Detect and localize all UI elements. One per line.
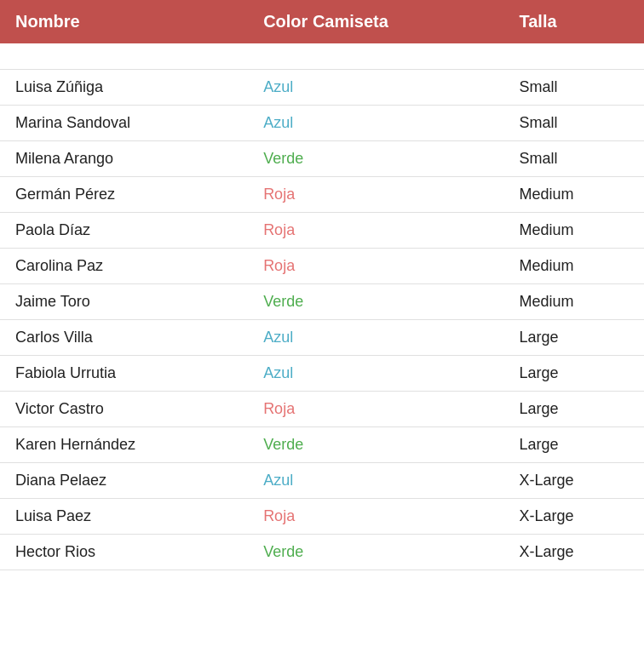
cell-nombre: Jaime Toro: [0, 283, 248, 319]
table-row: Luisa ZúñigaAzulSmall: [0, 69, 644, 105]
cell-talla: Small: [504, 105, 645, 140]
table-row: Victor CastroRojaLarge: [0, 391, 644, 426]
table-row: [0, 43, 644, 69]
header-color: Color Camiseta: [248, 0, 503, 43]
cell-talla: Medium: [504, 176, 645, 212]
cell-color: Verde: [248, 426, 503, 462]
cell-color: [248, 43, 503, 69]
header-nombre: Nombre: [0, 0, 248, 43]
cell-talla: Large: [504, 391, 645, 426]
cell-talla: [504, 43, 645, 69]
cell-talla: Large: [504, 426, 645, 462]
cell-nombre: Hector Rios: [0, 534, 248, 570]
table-row: Milena ArangoVerdeSmall: [0, 140, 644, 176]
cell-color: Azul: [248, 462, 503, 498]
cell-nombre: Paola Díaz: [0, 212, 248, 248]
cell-color: Roja: [248, 498, 503, 534]
cell-talla: Medium: [504, 212, 645, 248]
cell-talla: Medium: [504, 248, 645, 283]
cell-color: Azul: [248, 105, 503, 140]
cell-color: Azul: [248, 69, 503, 105]
cell-color: Roja: [248, 391, 503, 426]
table-header: Nombre Color Camiseta Talla: [0, 0, 644, 43]
table-row: Germán PérezRojaMedium: [0, 176, 644, 212]
cell-color: Verde: [248, 534, 503, 570]
table-row: Hector RiosVerdeX-Large: [0, 534, 644, 570]
table-row: Carolina PazRojaMedium: [0, 248, 644, 283]
cell-color: Azul: [248, 319, 503, 355]
table-container: Nombre Color Camiseta Talla Luisa Zúñiga…: [0, 0, 644, 570]
cell-nombre: Karen Hernández: [0, 426, 248, 462]
cell-talla: Small: [504, 140, 645, 176]
header-talla: Talla: [504, 0, 645, 43]
table-row: Diana PelaezAzulX-Large: [0, 462, 644, 498]
cell-nombre: Luisa Paez: [0, 498, 248, 534]
table-row: Jaime ToroVerdeMedium: [0, 283, 644, 319]
table-row: Paola DíazRojaMedium: [0, 212, 644, 248]
cell-nombre: Milena Arango: [0, 140, 248, 176]
cell-nombre: Marina Sandoval: [0, 105, 248, 140]
cell-nombre: Diana Pelaez: [0, 462, 248, 498]
cell-color: Azul: [248, 355, 503, 391]
cell-color: Roja: [248, 248, 503, 283]
cell-nombre: Carolina Paz: [0, 248, 248, 283]
cell-color: Verde: [248, 140, 503, 176]
cell-nombre: Carlos Villa: [0, 319, 248, 355]
cell-talla: X-Large: [504, 498, 645, 534]
cell-color: Verde: [248, 283, 503, 319]
cell-talla: X-Large: [504, 534, 645, 570]
cell-talla: Medium: [504, 283, 645, 319]
cell-nombre: [0, 43, 248, 69]
table-row: Karen HernándezVerdeLarge: [0, 426, 644, 462]
cell-talla: X-Large: [504, 462, 645, 498]
cell-nombre: Luisa Zúñiga: [0, 69, 248, 105]
cell-talla: Large: [504, 319, 645, 355]
cell-color: Roja: [248, 212, 503, 248]
table-row: Luisa PaezRojaX-Large: [0, 498, 644, 534]
cell-talla: Small: [504, 69, 645, 105]
table-row: Fabiola UrrutiaAzulLarge: [0, 355, 644, 391]
cell-nombre: Victor Castro: [0, 391, 248, 426]
cell-nombre: Fabiola Urrutia: [0, 355, 248, 391]
cell-color: Roja: [248, 176, 503, 212]
main-table: Nombre Color Camiseta Talla Luisa Zúñiga…: [0, 0, 644, 570]
table-body: Luisa ZúñigaAzulSmallMarina SandovalAzul…: [0, 43, 644, 570]
header-row: Nombre Color Camiseta Talla: [0, 0, 644, 43]
cell-talla: Large: [504, 355, 645, 391]
cell-nombre: Germán Pérez: [0, 176, 248, 212]
table-row: Marina SandovalAzulSmall: [0, 105, 644, 140]
table-row: Carlos VillaAzulLarge: [0, 319, 644, 355]
